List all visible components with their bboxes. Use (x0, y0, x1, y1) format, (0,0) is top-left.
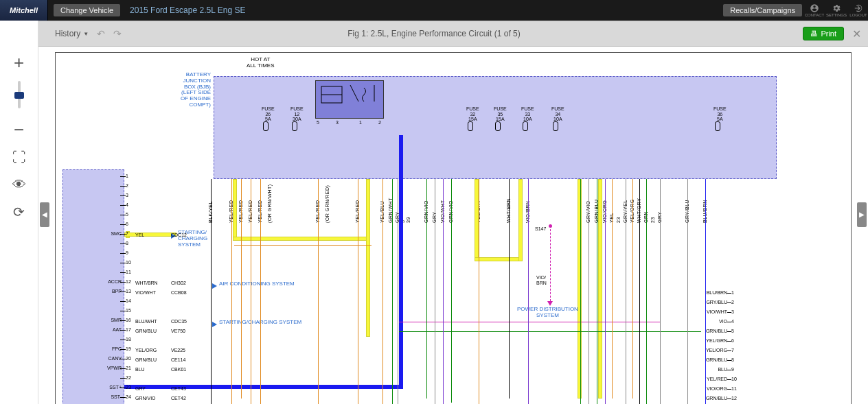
diagram-canvas[interactable]: HOT AT ALL TIMES BATTERY JUNCTION BOX (B… (38, 47, 868, 404)
wire-id-row: BLU/WHTCDC35 (135, 318, 194, 324)
wire (451, 179, 452, 403)
fuse-label: FUSE3515A (494, 106, 507, 122)
pin-number: 13 (126, 289, 131, 294)
forward-button[interactable]: ↷ (113, 28, 122, 39)
sub-bar: History ▼ ↶ ↷ Fig 1: 2.5L, Engine Perfor… (0, 21, 868, 47)
pin-number: 20 (126, 356, 131, 361)
right-panel-handle[interactable]: ▶ (857, 202, 867, 227)
wire (605, 179, 606, 404)
wire-yel (366, 179, 370, 337)
print-button[interactable]: 🖶 Print (803, 27, 844, 40)
power-dist-label: POWER DISTRIBUTION SYSTEM (517, 307, 578, 319)
history-dropdown[interactable]: History ▼ (55, 29, 89, 38)
wire-id-row: BLUCBK01 (135, 366, 194, 372)
contact-icon[interactable]: CONTACT (805, 1, 824, 20)
pin-number: 6 (126, 222, 128, 227)
wire-org (234, 245, 372, 246)
wire-vio-brn (550, 226, 551, 301)
wire (318, 179, 319, 404)
pin-number: 16 (126, 318, 131, 323)
fuse-symbol (715, 121, 720, 131)
relay-pin: 5 (317, 120, 319, 126)
diagram-page: HOT AT ALL TIMES BATTERY JUNCTION BOX (B… (55, 52, 852, 404)
wire (626, 179, 626, 404)
wire-yel (578, 179, 582, 399)
pin-number: 18 (126, 337, 131, 342)
zoom-out-button[interactable]: − (9, 119, 30, 140)
pin-number: 1 (126, 174, 128, 179)
pin-tick (120, 195, 126, 196)
wire (241, 179, 242, 399)
pin-number: 7 (126, 231, 128, 237)
pin-tick (120, 186, 126, 187)
wire-id-row: WHT/BRNCH302 (135, 279, 194, 286)
settings-icon[interactable]: SETTINGS (827, 1, 846, 20)
wire (211, 179, 212, 404)
top-bar: Mitchell Change Vehicle 2015 Ford Escape… (0, 0, 868, 21)
pin-tick (727, 379, 731, 380)
pin-tick (727, 312, 731, 313)
fullscreen-button[interactable]: ⛶ (9, 147, 30, 167)
pin-number: 8 (731, 357, 734, 362)
pin-tick (120, 224, 126, 225)
pin-tick (727, 389, 731, 390)
close-button[interactable]: ✕ (852, 27, 861, 40)
splice-dot (549, 224, 552, 228)
zoom-in-button[interactable]: + (9, 52, 30, 73)
left-panel-handle[interactable]: ◀ (40, 202, 49, 227)
wire-color-label: BLU/BRN (687, 290, 727, 295)
pin-number: 2 (126, 183, 128, 189)
wire (382, 179, 383, 404)
wire (589, 179, 589, 404)
visibility-button[interactable]: 👁 (9, 174, 30, 195)
signal-name: SMR (86, 318, 122, 323)
pcm-power-relay (315, 80, 384, 119)
fuse-symbol (495, 121, 501, 131)
wire (398, 179, 398, 404)
wire (231, 179, 232, 404)
wire-yel (518, 179, 523, 261)
wire-color-label: (OR GRN/WHT) (267, 182, 272, 223)
pin-number: 14 (126, 298, 131, 304)
fuse-label: FUSE3410A (551, 106, 564, 122)
pin-number: 8 (126, 241, 128, 246)
pin-number: 5 (126, 212, 128, 217)
arrow-right-icon (212, 283, 217, 289)
wire-color-label: GRN/BLU (687, 396, 727, 401)
pin-tick (727, 331, 731, 332)
recalls-button[interactable]: Recalls/Campaigns (723, 4, 802, 16)
fuse-label: FUSE1230A (290, 106, 304, 122)
pin-number: 21 (126, 366, 131, 371)
pin-tick (727, 322, 731, 322)
change-vehicle-button[interactable]: Change Vehicle (54, 4, 120, 16)
wire-id-row: YELCDC12 (135, 231, 194, 238)
wire-yel (233, 237, 370, 241)
fuse-symbol (292, 121, 297, 131)
relay-pin: 1 (359, 120, 362, 126)
wire (479, 179, 479, 404)
wire (392, 179, 393, 404)
wire-id-row: GRN/VIOCET42 (135, 394, 194, 401)
wire-color-label: VIO (687, 319, 727, 324)
zoom-handle[interactable] (14, 92, 24, 99)
wire (435, 179, 435, 404)
wire-yel (233, 179, 237, 241)
wire-id-row: VIO/WHTCCB08 (135, 289, 194, 296)
wire-color-label: 23 (650, 182, 655, 223)
refresh-button[interactable]: ⟳ (9, 202, 30, 222)
wire-color-label: YEL/ORG (687, 348, 727, 353)
signal-name: SST- (86, 394, 122, 400)
wire (597, 179, 597, 404)
pin-number: 3 (731, 309, 734, 314)
back-button[interactable]: ↶ (97, 28, 105, 39)
pin-tick (120, 253, 126, 254)
pin-number: 7 (731, 348, 734, 353)
pin-number: 1 (731, 290, 734, 295)
logout-icon[interactable]: LOGOUT (849, 1, 868, 20)
pin-tick (727, 293, 731, 294)
zoom-slider[interactable] (18, 81, 21, 108)
wire (612, 179, 613, 399)
wire-id-row: YEL/ORGVE225 (135, 346, 194, 353)
wire-color-label: 23 (616, 182, 621, 223)
wire-mag (399, 322, 660, 322)
